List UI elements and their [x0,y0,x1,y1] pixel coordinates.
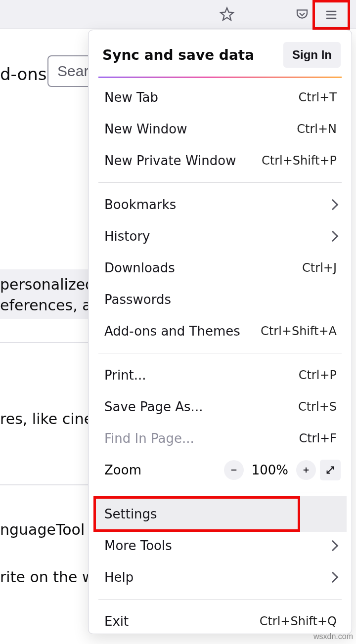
sign-in-button[interactable]: Sign In [283,42,341,68]
menu-item-label: Print... [104,368,146,383]
hamburger-menu-icon [323,8,339,22]
bookmark-star-button[interactable] [218,5,236,24]
browser-toolbar [0,0,356,29]
menu-item-shortcut: Ctrl+J [302,261,337,275]
menu-item-label: New Tab [104,90,158,105]
menu-item-find-in-page[interactable]: Find In Page...Ctrl+F [93,423,347,454]
menu-item-save-page-as[interactable]: Save Page As...Ctrl+S [93,391,347,423]
menu-item-shortcut: Ctrl+N [297,122,337,136]
watermark: wsxdn.com [313,632,353,641]
menu-item-shortcut: Ctrl+S [298,400,337,414]
settings-label: Settings [104,507,157,521]
gradient-rule [98,77,342,78]
menu-item-label: Bookmarks [104,197,176,212]
hamburger-highlight [312,0,350,30]
menu-item-history[interactable]: History [93,220,347,252]
plus-icon [302,466,311,474]
menu-item-label: Find In Page... [104,431,194,446]
menu-item-shortcut: Ctrl+Shift+A [261,324,337,338]
bg-line-1: personalized [0,276,94,293]
menu-item-bookmarks[interactable]: Bookmarks [93,189,347,220]
menu-item-shortcut: Ctrl+T [299,90,337,104]
svg-line-7 [327,467,334,473]
zoom-out-button[interactable] [224,460,244,480]
menu-item-print[interactable]: Print...Ctrl+P [93,359,347,391]
separator [98,492,342,492]
menu-item-new-window[interactable]: New WindowCtrl+N [93,113,347,145]
menu-item-shortcut: Ctrl+Shift+Q [260,614,337,628]
star-icon [219,6,235,23]
separator [98,599,342,600]
fullscreen-icon [325,465,336,475]
rule-1 [0,342,89,343]
menu-item-shortcut: Ctrl+P [299,368,337,382]
chevron-right-icon [327,199,339,211]
fullscreen-button[interactable] [320,460,341,480]
zoom-label: Zoom [104,463,224,477]
menu-item-label: Save Page As... [104,399,203,414]
menu-item-label: Exit [104,614,129,629]
separator [98,353,342,353]
pocket-icon [295,7,310,22]
rule-2 [0,484,89,485]
menu-item-exit[interactable]: Exit Ctrl+Shift+Q [93,605,347,637]
chevron-right-icon [327,572,339,583]
separator [98,182,342,183]
menu-item-add-ons-and-themes[interactable]: Add-ons and ThemesCtrl+Shift+A [93,315,347,347]
app-menu-panel: Sync and save data Sign In New TabCtrl+T… [88,30,352,634]
menu-item-passwords[interactable]: Passwords [93,284,347,315]
menu-item-label: Add-ons and Themes [104,324,240,339]
addons-heading: d-ons [0,64,47,84]
minus-icon [229,466,238,474]
menu-item-label: History [104,229,150,244]
menu-item-new-private-window[interactable]: New Private WindowCtrl+Shift+P [93,145,347,176]
bg-line-4: nguageTool [0,521,85,538]
menu-item-label: Downloads [104,260,175,275]
menu-item-label: New Window [104,122,187,136]
zoom-row: Zoom 100% [93,454,347,486]
sync-row: Sync and save data Sign In [93,42,347,77]
menu-item-help[interactable]: Help [93,561,347,593]
bg-line-2: eferences, an [0,297,101,314]
app-menu-button[interactable] [316,3,346,27]
menu-item-downloads[interactable]: DownloadsCtrl+J [93,252,347,284]
chevron-right-icon [327,231,339,242]
menu-item-label: Passwords [104,292,171,307]
chevron-right-icon [327,540,339,552]
menu-item-shortcut: Ctrl+Shift+P [262,154,337,168]
menu-item-more-tools[interactable]: More Tools [93,530,347,561]
menu-item-label: More Tools [104,538,172,553]
zoom-value: 100% [252,463,288,477]
menu-item-shortcut: Ctrl+F [299,431,337,445]
sync-title: Sync and save data [102,47,254,63]
menu-item-settings[interactable]: Settings [93,496,347,532]
menu-item-label: Help [104,570,134,585]
zoom-in-button[interactable] [296,460,316,480]
svg-marker-0 [221,8,233,20]
menu-item-new-tab[interactable]: New TabCtrl+T [93,82,347,113]
menu-item-label: New Private Window [104,153,236,168]
pocket-button[interactable] [293,5,312,24]
